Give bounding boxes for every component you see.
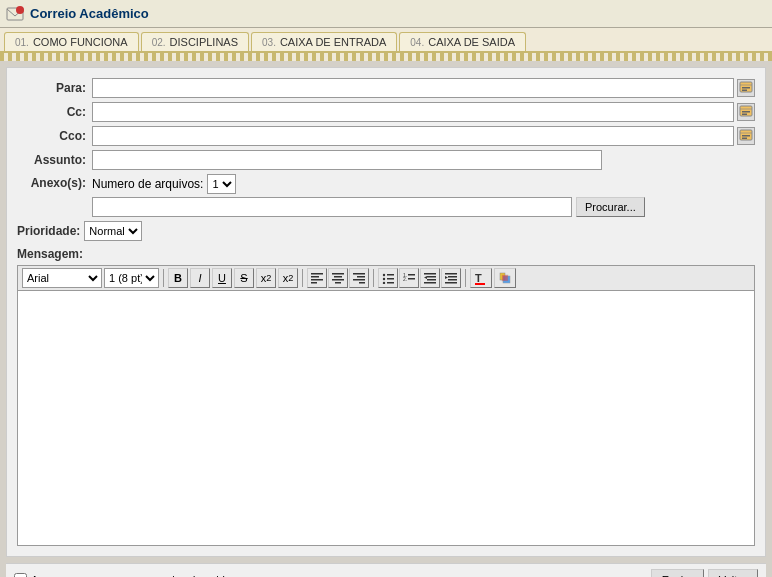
- svg-rect-35: [408, 278, 415, 280]
- tab-caixa-entrada[interactable]: 03. CAIXA DE ENTRADA: [251, 32, 397, 51]
- tab-disciplinas[interactable]: 02. DISCIPLINAS: [141, 32, 249, 51]
- cco-input[interactable]: [92, 126, 734, 146]
- separator-4: [465, 269, 466, 287]
- svg-rect-20: [332, 279, 344, 281]
- svg-rect-31: [387, 282, 394, 284]
- enviar-button[interactable]: Enviar: [651, 569, 704, 578]
- prioridade-select[interactable]: Normal Alta Baixa: [84, 221, 142, 241]
- align-center-button[interactable]: [328, 268, 348, 288]
- svg-text:2.: 2.: [403, 276, 407, 282]
- font-select[interactable]: Arial Times New Roman Verdana Courier Ne…: [22, 268, 102, 288]
- indent-button[interactable]: [420, 268, 440, 288]
- svg-rect-9: [742, 114, 747, 116]
- cc-address-icon[interactable]: [737, 103, 755, 121]
- prioridade-label: Prioridade:: [17, 224, 80, 238]
- store-checkbox-wrap: Armazenar mensagem na caixa de saida.: [14, 573, 234, 577]
- strikethrough-button[interactable]: S: [234, 268, 254, 288]
- anexos-label: Anexo(s):: [17, 174, 92, 190]
- svg-rect-44: [445, 282, 457, 284]
- align-group: [307, 268, 369, 288]
- ordered-list-button[interactable]: 1. 2.: [399, 268, 419, 288]
- svg-rect-8: [742, 111, 750, 113]
- svg-rect-24: [353, 279, 365, 281]
- svg-rect-23: [357, 276, 365, 278]
- unordered-list-button[interactable]: [378, 268, 398, 288]
- svg-point-28: [383, 278, 385, 280]
- bg-color-button[interactable]: [494, 268, 516, 288]
- svg-rect-4: [742, 87, 750, 89]
- tab-como-funciona[interactable]: 01. COMO FUNCIONA: [4, 32, 139, 51]
- underline-button[interactable]: U: [212, 268, 232, 288]
- mail-icon: [6, 5, 24, 23]
- para-label: Para:: [17, 81, 92, 95]
- title-bar: Correio Acadêmico: [0, 0, 772, 28]
- svg-text:T: T: [475, 272, 482, 284]
- prioridade-row: Prioridade: Normal Alta Baixa: [17, 221, 755, 241]
- svg-rect-5: [742, 90, 747, 92]
- procurar-button[interactable]: Procurar...: [576, 197, 645, 217]
- para-row: Para:: [17, 78, 755, 98]
- num-arquivos-label: Numero de arquivos:: [92, 177, 203, 191]
- store-checkbox[interactable]: [14, 573, 27, 577]
- align-left-button[interactable]: [307, 268, 327, 288]
- cc-label: Cc:: [17, 105, 92, 119]
- svg-point-1: [16, 6, 24, 14]
- cco-address-icon[interactable]: [737, 127, 755, 145]
- svg-rect-50: [502, 275, 508, 281]
- assunto-row: Assunto:: [17, 150, 755, 170]
- assunto-input[interactable]: [92, 150, 602, 170]
- svg-rect-13: [742, 138, 747, 140]
- separator-3: [373, 269, 374, 287]
- num-arquivos-select[interactable]: 1 2 3: [207, 174, 236, 194]
- para-input[interactable]: [92, 78, 734, 98]
- anexo-file-input[interactable]: [92, 197, 572, 217]
- bottom-buttons: Enviar Voltar: [651, 569, 758, 578]
- text-color-button[interactable]: T: [470, 268, 492, 288]
- svg-rect-27: [387, 274, 394, 276]
- cc-input-wrap: [92, 102, 755, 122]
- svg-rect-21: [335, 282, 341, 284]
- cc-input[interactable]: [92, 102, 734, 122]
- tab-caixa-saida[interactable]: 04. CAIXA DE SAIDA: [399, 32, 526, 51]
- bold-button[interactable]: B: [168, 268, 188, 288]
- svg-point-30: [383, 282, 385, 284]
- decorative-border: [0, 53, 772, 61]
- cco-label: Cco:: [17, 129, 92, 143]
- assunto-label: Assunto:: [17, 153, 92, 167]
- separator-1: [163, 269, 164, 287]
- outdent-button[interactable]: [441, 268, 461, 288]
- svg-rect-42: [448, 276, 457, 278]
- mensagem-label: Mensagem:: [17, 247, 755, 261]
- italic-button[interactable]: I: [190, 268, 210, 288]
- svg-rect-15: [311, 276, 319, 278]
- bottom-bar: Armazenar mensagem na caixa de saida. En…: [6, 563, 766, 577]
- svg-point-26: [383, 274, 385, 276]
- svg-rect-25: [359, 282, 365, 284]
- message-editor[interactable]: [17, 290, 755, 546]
- nav-tabs: 01. COMO FUNCIONA 02. DISCIPLINAS 03. CA…: [0, 28, 772, 53]
- svg-rect-38: [427, 279, 436, 281]
- para-input-wrap: [92, 78, 755, 98]
- svg-rect-41: [445, 273, 457, 275]
- svg-rect-14: [311, 273, 323, 275]
- cco-row: Cco:: [17, 126, 755, 146]
- svg-rect-37: [427, 276, 436, 278]
- anexos-content: Numero de arquivos: 1 2 3 Procurar...: [92, 174, 645, 217]
- anexos-row: Anexo(s): Numero de arquivos: 1 2 3 Proc…: [17, 174, 755, 217]
- separator-2: [302, 269, 303, 287]
- svg-rect-33: [408, 274, 415, 276]
- svg-rect-43: [448, 279, 457, 281]
- anexos-top: Numero de arquivos: 1 2 3: [92, 174, 645, 194]
- font-size-select[interactable]: 1 (8 pt) 2 (10 pt) 3 (12 pt) 4 (14 pt): [104, 268, 159, 288]
- cco-input-wrap: [92, 126, 755, 146]
- subscript-button[interactable]: x2: [256, 268, 276, 288]
- svg-rect-39: [424, 282, 436, 284]
- para-address-icon[interactable]: [737, 79, 755, 97]
- align-right-button[interactable]: [349, 268, 369, 288]
- voltar-button[interactable]: Voltar: [708, 569, 758, 578]
- superscript-button[interactable]: x2: [278, 268, 298, 288]
- svg-rect-47: [475, 283, 485, 285]
- svg-rect-16: [311, 279, 323, 281]
- anexos-file-row: Procurar...: [92, 197, 645, 217]
- svg-marker-40: [424, 276, 427, 279]
